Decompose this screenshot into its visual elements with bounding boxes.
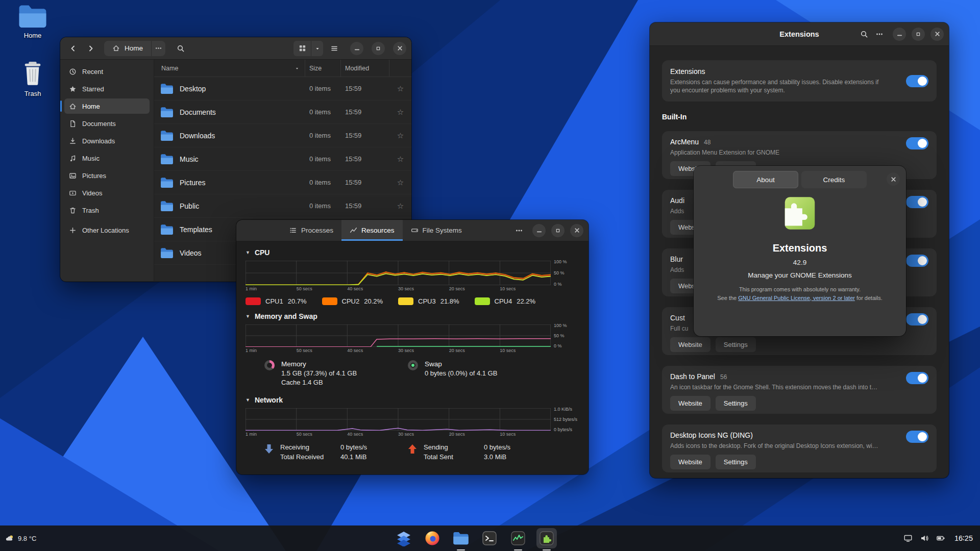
disclosure-icon: ▼: [246, 397, 250, 403]
current-location-button[interactable]: Home: [104, 41, 151, 56]
system-monitor-headerbar: Processes Resources File Systems: [236, 220, 589, 241]
taskbar-app-terminal[interactable]: [479, 528, 500, 548]
receiving-info: Receiving0 bytes/s Total Received40.1 Mi…: [264, 443, 407, 461]
tab-processes[interactable]: Processes: [281, 220, 341, 241]
close-button[interactable]: [570, 224, 583, 237]
column-header-name[interactable]: Name: [154, 60, 305, 77]
taskbar-app-files[interactable]: [451, 528, 471, 548]
memory-section-header[interactable]: ▼ Memory and Swap: [246, 312, 579, 320]
file-row[interactable]: Public 0 items 15∶59 ☆: [154, 194, 411, 218]
desktop-icon-trash[interactable]: Trash: [11, 60, 54, 97]
firefox-icon: [424, 530, 440, 546]
desktop-icon-home[interactable]: Home: [11, 4, 54, 39]
extensions-icon: [538, 530, 555, 546]
taskbar-app-extensions[interactable]: [536, 528, 557, 548]
extension-toggle[interactable]: [906, 431, 928, 443]
extension-toggle[interactable]: [906, 255, 928, 267]
extension-toggle[interactable]: [906, 196, 928, 208]
menu-button[interactable]: [511, 223, 527, 238]
minimize-button[interactable]: [532, 224, 546, 237]
taskbar-app-system-monitor[interactable]: [508, 528, 528, 548]
website-button[interactable]: Website: [670, 455, 710, 469]
file-row[interactable]: Downloads 0 items 15∶59 ☆: [154, 124, 411, 147]
back-button[interactable]: [65, 41, 81, 56]
sidebar-item-downloads[interactable]: Downloads: [64, 133, 150, 148]
network-icon[interactable]: [903, 534, 913, 543]
close-button[interactable]: [930, 28, 944, 41]
sidebar-item-videos[interactable]: Videos: [64, 185, 150, 201]
home-folder-icon: [18, 4, 47, 29]
sidebar-item-documents[interactable]: Documents: [64, 116, 150, 131]
cpu-section-header[interactable]: ▼ CPU: [246, 248, 579, 257]
battery-icon[interactable]: [936, 534, 945, 543]
license-link[interactable]: GNU General Public License, version 2 or…: [738, 295, 855, 301]
extension-toggle[interactable]: [906, 313, 928, 325]
search-button[interactable]: [856, 27, 872, 42]
star-toggle[interactable]: ☆: [389, 131, 411, 140]
forward-button[interactable]: [83, 41, 99, 56]
home-icon: [112, 44, 120, 52]
tab-resources[interactable]: Resources: [341, 220, 403, 241]
network-section-header[interactable]: ▼ Network: [246, 396, 579, 404]
sidebar-item-label: Trash: [82, 207, 99, 214]
weather-applet[interactable]: 9.8 °C: [5, 525, 36, 551]
taskbar-app-layers[interactable]: [394, 528, 414, 548]
star-toggle[interactable]: ☆: [389, 108, 411, 117]
grid-view-button[interactable]: [293, 41, 311, 56]
download-arrow-icon: [264, 443, 274, 455]
column-header-modified[interactable]: Modified: [341, 60, 389, 77]
taskbar-apps: [394, 528, 557, 548]
menu-button[interactable]: [872, 27, 887, 42]
file-row[interactable]: Desktop 0 items 15∶59 ☆: [154, 77, 411, 101]
sort-caret-icon[interactable]: [295, 66, 300, 71]
maximize-button[interactable]: [912, 28, 925, 41]
star-toggle[interactable]: ☆: [389, 178, 411, 187]
search-button[interactable]: [173, 41, 188, 56]
sidebar-item-starred[interactable]: Starred: [64, 81, 150, 96]
close-button[interactable]: [393, 42, 406, 55]
cpu1-legend: CPU120.7%: [246, 297, 322, 305]
system-tray: 16∶25: [903, 525, 973, 551]
path-menu-button[interactable]: [151, 41, 165, 56]
extension-toggle[interactable]: [906, 137, 928, 149]
maximize-button[interactable]: [551, 224, 565, 237]
minimize-button[interactable]: [893, 28, 906, 41]
menu-button[interactable]: [327, 41, 342, 56]
sidebar-item-other-locations[interactable]: Other Locations: [64, 222, 150, 238]
maximize-button[interactable]: [372, 42, 385, 55]
file-row[interactable]: Music 0 items 15∶59 ☆: [154, 147, 411, 171]
extension-toggle[interactable]: [906, 372, 928, 384]
view-options-button[interactable]: [311, 41, 323, 56]
close-icon[interactable]: [887, 172, 900, 186]
column-header-size[interactable]: Size: [305, 60, 341, 77]
star-toggle[interactable]: ☆: [389, 84, 411, 93]
file-row[interactable]: Documents 0 items 15∶59 ☆: [154, 101, 411, 124]
tab-about[interactable]: About: [733, 171, 798, 188]
website-button[interactable]: Website: [670, 337, 710, 352]
clock[interactable]: 16∶25: [954, 534, 973, 542]
taskbar-app-firefox[interactable]: [422, 528, 443, 548]
app-summary: Manage your GNOME Extensions: [748, 271, 851, 279]
sidebar-item-pictures[interactable]: Pictures: [64, 168, 150, 183]
file-row[interactable]: Pictures 0 items 15∶59 ☆: [154, 171, 411, 194]
running-indicator: [514, 549, 522, 550]
files-sidebar: Recent Starred Home Documents Downloads …: [60, 60, 154, 281]
star-icon: [69, 85, 77, 93]
folder-icon: [160, 224, 174, 235]
settings-button[interactable]: Settings: [716, 455, 756, 469]
website-button[interactable]: Website: [670, 396, 710, 411]
tab-file-systems[interactable]: File Systems: [403, 220, 470, 241]
extensions-master-toggle[interactable]: [906, 75, 928, 87]
sidebar-item-trash[interactable]: Trash: [64, 203, 150, 218]
volume-icon[interactable]: [920, 534, 929, 543]
sidebar-item-music[interactable]: Music: [64, 151, 150, 166]
star-toggle[interactable]: ☆: [389, 202, 411, 211]
settings-button[interactable]: Settings: [716, 337, 756, 352]
sidebar-item-home[interactable]: Home: [64, 98, 150, 114]
sidebar-item-recent[interactable]: Recent: [64, 64, 150, 79]
tab-credits[interactable]: Credits: [801, 171, 867, 188]
resources-view: ▼ CPU 100 % 50 % 0 % 1 min 50 secs 40 se…: [236, 241, 589, 474]
star-toggle[interactable]: ☆: [389, 155, 411, 164]
settings-button[interactable]: Settings: [716, 396, 756, 411]
minimize-button[interactable]: [350, 42, 363, 55]
